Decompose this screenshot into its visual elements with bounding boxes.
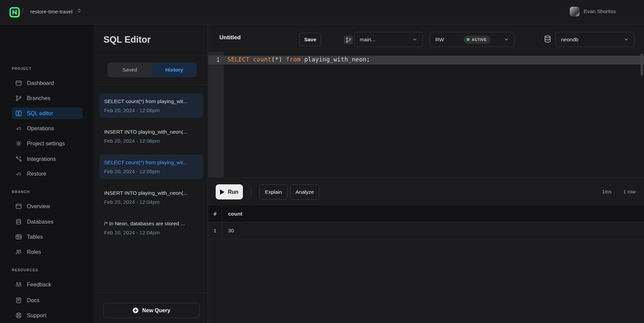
sidebar-item-roles[interactable]: Roles xyxy=(12,246,83,258)
divider xyxy=(251,187,251,197)
explain-button[interactable]: Explain xyxy=(259,184,288,199)
history-item[interactable]: SELECT count(*) from playing_wit... Feb … xyxy=(99,93,203,118)
column-header-count: count xyxy=(222,211,242,217)
sql-editor-icon xyxy=(15,110,22,117)
history-item[interactable]: INSERT INTO playing_with_neon(... Feb 20… xyxy=(99,185,203,210)
divider xyxy=(94,293,208,293)
integrations-icon xyxy=(15,156,22,162)
line-number: 1 xyxy=(208,56,220,63)
roles-icon xyxy=(15,249,22,255)
branch-select[interactable]: main... xyxy=(354,32,423,47)
history-item[interactable]: /* In Neon, databases are stored ... Feb… xyxy=(99,216,203,240)
plus-circle-icon xyxy=(132,307,139,314)
play-icon xyxy=(220,189,224,195)
chevron-updown-icon xyxy=(77,8,82,13)
sidebar-item-feedback[interactable]: Feedback xyxy=(12,279,83,290)
divider xyxy=(94,55,208,55)
sidebar-item-sql-editor[interactable]: SQL editor xyxy=(12,107,83,119)
query-duration: 1ms xyxy=(602,189,611,194)
status-badge: ACTIVE xyxy=(464,36,490,44)
section-label-resources: RESOURCES xyxy=(12,268,38,272)
query-title: Untitled xyxy=(219,34,241,41)
chevron-down-icon xyxy=(624,37,629,42)
editor-gutter xyxy=(208,52,224,177)
page-title: SQL Editor xyxy=(103,35,151,45)
branches-icon xyxy=(15,95,22,101)
query-stats: 1ms 1 row xyxy=(602,189,636,194)
analyze-button[interactable]: Analyze xyxy=(290,184,319,199)
tables-icon xyxy=(15,234,22,240)
branch-icon xyxy=(346,37,351,43)
avatar[interactable] xyxy=(570,7,579,16)
sidebar-item-dashboard[interactable]: Dashboard xyxy=(12,77,83,89)
query-row-count: 1 row xyxy=(623,189,636,194)
section-label-project: PROJECT xyxy=(12,66,32,71)
save-button[interactable]: Save xyxy=(299,33,321,46)
run-button[interactable]: Run xyxy=(216,184,243,199)
sidebar-item-branches[interactable]: Branches xyxy=(12,92,83,104)
project-switcher-button[interactable] xyxy=(77,8,82,14)
code-line: SELECT count(*) from playing_with_neon; xyxy=(227,56,370,63)
status-dot-icon xyxy=(467,38,470,41)
divider xyxy=(94,85,208,85)
sidebar-item-project-settings[interactable]: Project settings xyxy=(12,138,83,149)
sidebar-item-operations[interactable]: Operations xyxy=(12,123,83,134)
editor-region: Untitled Save main... RW ACTIVE neondb 1… xyxy=(208,25,644,323)
tab-saved[interactable]: Saved xyxy=(108,62,152,77)
support-icon xyxy=(15,312,22,319)
tab-history[interactable]: History xyxy=(152,62,197,77)
sql-code-editor[interactable]: 1 SELECT count(*) from playing_with_neon… xyxy=(208,52,644,177)
saved-history-tabs: Saved History xyxy=(108,62,197,77)
neon-logo[interactable] xyxy=(9,7,20,19)
history-item[interactable]: INSERT INTO playing_with_neon(... Feb 20… xyxy=(99,124,203,148)
feedback-icon xyxy=(15,281,22,288)
results-table: # count 1 30 xyxy=(208,205,644,239)
restore-icon xyxy=(15,171,22,177)
overview-icon xyxy=(15,203,22,210)
table-row[interactable]: 1 30 xyxy=(208,222,644,239)
section-label-branch: BRANCH xyxy=(12,190,30,194)
top-bar: / restore-time-travel Evan Shortiss xyxy=(0,0,644,25)
chevron-down-icon xyxy=(412,37,417,42)
sidebar-item-support[interactable]: Support xyxy=(12,310,83,321)
column-header-index: # xyxy=(208,205,222,222)
docs-icon xyxy=(15,297,22,304)
chevron-down-icon xyxy=(504,37,509,42)
sidebar-item-restore[interactable]: Restore xyxy=(12,168,83,180)
breadcrumb-project-name[interactable]: restore-time-travel xyxy=(30,9,73,15)
user-menu[interactable]: Evan Shortiss xyxy=(570,6,616,16)
new-query-button[interactable]: New Query xyxy=(103,303,200,318)
query-panel: SQL Editor Saved History SELECT count(*)… xyxy=(94,25,208,323)
database-icon xyxy=(544,35,552,44)
operations-icon xyxy=(15,125,22,132)
user-name: Evan Shortiss xyxy=(584,8,616,14)
sidebar-item-tables[interactable]: Tables xyxy=(12,231,83,243)
branch-icon-button[interactable] xyxy=(344,36,353,44)
row-count-value: 30 xyxy=(222,228,234,234)
results-header-row: # count xyxy=(208,205,644,222)
sidebar-item-overview[interactable]: Overview xyxy=(12,200,83,212)
database-select[interactable]: neondb xyxy=(555,32,635,47)
dashboard-icon xyxy=(15,80,22,86)
sidebar-item-databases[interactable]: Databases xyxy=(12,216,83,228)
database-icon xyxy=(15,219,22,225)
editor-scrollbar[interactable] xyxy=(641,53,643,76)
breadcrumb-separator: / xyxy=(22,7,24,16)
row-index: 1 xyxy=(208,222,222,239)
run-toolbar: Run Explain Analyze 1ms 1 row xyxy=(208,177,644,205)
compute-select[interactable]: RW ACTIVE xyxy=(430,32,515,47)
sidebar: PROJECT Dashboard Branches SQL editor Op… xyxy=(0,25,94,323)
sidebar-item-integrations[interactable]: Integrations xyxy=(12,153,83,165)
sidebar-item-docs[interactable]: Docs xyxy=(12,294,83,306)
history-item-selected[interactable]: SELECT count(*) from playing_wit... Feb … xyxy=(99,154,203,179)
gear-icon xyxy=(15,140,22,147)
